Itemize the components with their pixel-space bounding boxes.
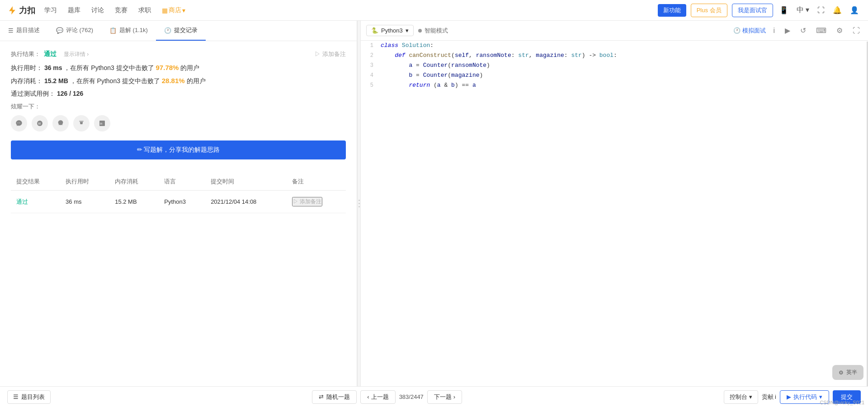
run-icon[interactable]: ▶: [782, 24, 793, 37]
undo-icon[interactable]: ↺: [797, 24, 809, 37]
terminal-icon[interactable]: ⌨: [813, 24, 829, 37]
interviewer-button[interactable]: 我是面试官: [732, 4, 773, 17]
row-status[interactable]: 通过: [16, 198, 28, 205]
code-line-1: 1 class Solution:: [361, 41, 868, 51]
tab-comments[interactable]: 💬 评论 (762): [48, 21, 101, 41]
python-icon: 🐍: [371, 27, 378, 34]
logo-text: 力扣: [19, 5, 35, 16]
problem-list-button[interactable]: ☰ 题目列表: [7, 390, 51, 404]
expand-icon[interactable]: ⛶: [850, 25, 863, 37]
simulate-interview-button[interactable]: 🕐 模拟面试: [733, 27, 766, 35]
ai-dot-icon: [418, 29, 422, 33]
result-status-pass: 通过: [44, 50, 57, 58]
douban-share-button[interactable]: [73, 115, 90, 131]
test-label: 通过测试用例：: [11, 90, 55, 97]
mem-label: 内存消耗：: [11, 77, 42, 84]
execution-result-label: 执行结果：: [11, 50, 40, 58]
mem-beat-prefix: ，在所有 Python3 提交中击败了: [70, 77, 160, 84]
col-time: 执行用时: [60, 173, 109, 191]
device-icon[interactable]: 📱: [778, 4, 790, 16]
run-arrow-icon: ▶: [787, 393, 791, 400]
code-line-3: 3 a = Counter(ransomNote): [361, 61, 868, 70]
notification-icon[interactable]: 🔔: [831, 4, 844, 16]
lang-dropdown-icon: ▾: [406, 27, 409, 34]
prev-icon: ‹: [367, 393, 369, 400]
console-dropdown-icon: ▾: [749, 393, 752, 400]
random-icon: ⇄: [319, 393, 324, 400]
tab-submissions[interactable]: 🕐 提交记录: [156, 21, 206, 41]
comment-icon: 💬: [56, 27, 63, 34]
qq-share-button[interactable]: [52, 115, 69, 131]
floating-input-widget[interactable]: ⚙ 英半: [832, 365, 863, 380]
row-submit-time: 2021/12/04 14:08: [205, 191, 287, 213]
nav-learn[interactable]: 学习: [44, 6, 57, 14]
linkedin-share-button[interactable]: in: [94, 115, 110, 131]
weibo-share-button[interactable]: W: [32, 115, 48, 131]
execution-time-stat: 执行用时： 36 ms ，在所有 Python3 提交中击败了 97.78% 的…: [11, 64, 346, 72]
prev-problem-button[interactable]: ‹ 上一题: [360, 390, 395, 404]
fullscreen-icon[interactable]: ⛶: [816, 5, 826, 16]
divider-dot: [359, 200, 360, 201]
gear-icon: ⚙: [839, 370, 844, 376]
col-note: 备注: [287, 173, 346, 191]
next-problem-button[interactable]: 下一题 ›: [427, 390, 462, 404]
bottom-bar: ☰ 题目列表 ⇄ 随机一题 ‹ 上一题 383/2447 下一题 › 控制台 ▾…: [0, 386, 868, 407]
write-solution-button[interactable]: ✏ 写题解，分享我的解题思路: [11, 140, 346, 159]
result-status-row: 执行结果： 通过 显示详情 › ▷ 添加备注: [11, 50, 346, 58]
shop-icon: ▦: [162, 7, 168, 14]
row-note-button[interactable]: ▷ 添加备注: [292, 197, 322, 206]
wechat-share-button[interactable]: [11, 115, 27, 131]
page-info: 383/2447: [399, 393, 424, 400]
floating-label: 英半: [846, 369, 857, 376]
time-value: 36 ms: [44, 64, 62, 71]
language-label: Python3: [381, 27, 403, 34]
show-detail-link[interactable]: 显示详情 ›: [64, 51, 89, 58]
random-problem-button[interactable]: ⇄ 随机一题: [312, 390, 357, 404]
row-memory: 15.2 MB: [109, 191, 159, 213]
avatar[interactable]: 👤: [848, 4, 861, 16]
watermark: CSDN@vicky_S021: [820, 400, 864, 405]
ai-mode-label: 智能模式: [425, 27, 448, 35]
right-panel: 🐍 Python3 ▾ 智能模式 🕐 模拟面试 i ▶ ↺ ⌨ ⚙ ⛶: [361, 21, 868, 386]
bottom-left: ☰ 题目列表: [7, 390, 51, 404]
row-language: Python3: [159, 191, 205, 213]
new-feature-button[interactable]: 新功能: [658, 4, 686, 17]
tab-description[interactable]: ☰ 题目描述: [0, 21, 48, 41]
time-beat-suffix: 的用户: [180, 64, 199, 71]
col-submit-time: 提交时间: [205, 173, 287, 191]
nav-problems[interactable]: 题库: [68, 6, 80, 14]
shop-dropdown-icon: ▾: [182, 7, 185, 14]
logo-icon: [7, 5, 17, 15]
solution-icon: 📋: [109, 27, 117, 34]
col-status: 提交结果: [11, 173, 60, 191]
test-cases-stat: 通过测试用例： 126 / 126: [11, 90, 346, 98]
lang-toggle[interactable]: 中 ▾: [795, 4, 811, 17]
panel-divider[interactable]: [357, 21, 361, 386]
add-note-button[interactable]: ▷ 添加备注: [315, 50, 346, 58]
nav-discuss[interactable]: 讨论: [91, 6, 104, 14]
simulate-label: 模拟面试: [742, 27, 766, 35]
submission-table: 提交结果 执行用时 内存消耗 语言 提交时间 备注 通过 36 ms 15.2 …: [11, 173, 346, 213]
result-section: 执行结果： 通过 显示详情 › ▷ 添加备注 执行用时： 36 ms ，在所有 …: [11, 50, 346, 159]
svg-text:in: in: [100, 122, 102, 125]
ai-mode-toggle[interactable]: 智能模式: [418, 27, 448, 35]
code-editor[interactable]: 1 class Solution: 2 def canConstruct(sel…: [361, 41, 868, 386]
nav-jobs[interactable]: 求职: [138, 6, 151, 14]
logo[interactable]: 力扣: [7, 5, 35, 16]
settings-icon[interactable]: ⚙: [834, 24, 845, 37]
nav-contest[interactable]: 竞赛: [115, 6, 127, 14]
run-dropdown-icon: ▾: [819, 393, 822, 400]
tab-solutions[interactable]: 📋 题解 (1.1k): [101, 21, 156, 41]
tab-bar: ☰ 题目描述 💬 评论 (762) 📋 题解 (1.1k) 🕐 提交记录: [0, 21, 357, 41]
plus-member-button[interactable]: Plus 会员: [691, 4, 727, 17]
nav-shop[interactable]: ▦ 商店 ▾: [162, 6, 185, 14]
console-button[interactable]: 控制台 ▾: [724, 390, 758, 404]
editor-toolbar: 🐍 Python3 ▾ 智能模式 🕐 模拟面试 i ▶ ↺ ⌨ ⚙ ⛶: [361, 21, 868, 41]
language-selector[interactable]: 🐍 Python3 ▾: [366, 25, 414, 36]
contribute-button[interactable]: 贡献 i: [762, 393, 777, 401]
svg-rect-2: [79, 121, 83, 122]
left-panel: ☰ 题目描述 💬 评论 (762) 📋 题解 (1.1k) 🕐 提交记录: [0, 21, 357, 386]
test-value: 126 / 126: [57, 90, 83, 97]
info-icon[interactable]: i: [770, 25, 778, 37]
nav-right: 新功能 Plus 会员 我是面试官 📱 中 ▾ ⛶ 🔔 👤: [658, 4, 861, 17]
